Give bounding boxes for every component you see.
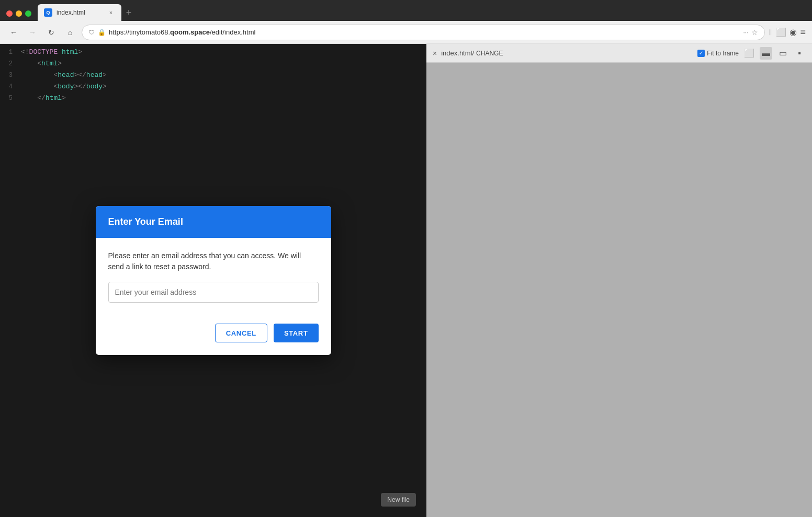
- lock-icon: 🔒: [98, 29, 106, 36]
- start-button[interactable]: START: [274, 324, 319, 342]
- bookmark-icon[interactable]: ☆: [751, 28, 758, 37]
- home-button[interactable]: ⌂: [63, 25, 77, 40]
- minimize-traffic-light[interactable]: [16, 10, 22, 17]
- email-input[interactable]: [108, 282, 319, 303]
- modal-body: Please enter an email address that you c…: [96, 238, 331, 315]
- preview-pane: × index.html/ CHANGE ✓ Fit to frame ⬜ ▬ …: [426, 44, 812, 517]
- content-area: 1 <!DOCTYPE html> 2 <html> 3 <head></hea…: [0, 44, 812, 517]
- profile-icon[interactable]: ◉: [790, 27, 797, 37]
- view-desktop-button[interactable]: ⬜: [743, 47, 755, 60]
- new-tab-button[interactable]: +: [121, 5, 136, 20]
- preview-toolbar: × index.html/ CHANGE ✓ Fit to frame ⬜ ▬ …: [426, 44, 812, 63]
- address-bar[interactable]: 🛡 🔒 https://tinytomato68.qoom.space/edit…: [82, 25, 765, 40]
- tab-title: index.html: [57, 9, 103, 16]
- editor-pane: 1 <!DOCTYPE html> 2 <html> 3 <head></hea…: [0, 44, 426, 517]
- fit-to-frame-control[interactable]: ✓ Fit to frame: [697, 50, 739, 57]
- view-mobile-button[interactable]: ▪: [793, 47, 806, 60]
- menu-icon[interactable]: ≡: [800, 27, 806, 38]
- nav-bar: ← → ↻ ⌂ 🛡 🔒 https://tinytomato68.qoom.sp…: [0, 21, 812, 44]
- browser-window: Q index.html × + ← → ↻ ⌂ 🛡 🔒 https://tin…: [0, 0, 812, 517]
- fit-to-frame-checkbox[interactable]: ✓: [697, 50, 705, 57]
- nav-right-controls: ⫴ ⬜ ◉ ≡: [769, 27, 806, 38]
- fit-to-frame-label: Fit to frame: [707, 50, 739, 57]
- url-text: https://tinytomato68.qoom.space/edit/ind…: [109, 28, 740, 36]
- modal-description: Please enter an email address that you c…: [108, 250, 319, 272]
- change-label[interactable]: CHANGE: [476, 50, 503, 57]
- new-file-button[interactable]: New file: [381, 493, 416, 507]
- active-tab[interactable]: Q index.html ×: [38, 4, 121, 21]
- forward-button[interactable]: →: [25, 25, 40, 40]
- modal-overlay: Enter Your Email Please enter an email a…: [0, 44, 426, 517]
- reader-view-icon[interactable]: ⬜: [776, 27, 786, 37]
- preview-toolbar-right: ✓ Fit to frame ⬜ ▬ ▭ ▪: [697, 47, 806, 60]
- preview-breadcrumb: index.html/ CHANGE: [441, 49, 503, 57]
- tab-bar: Q index.html × +: [0, 0, 812, 21]
- back-button[interactable]: ←: [6, 25, 21, 40]
- modal-footer: CANCEL START: [96, 315, 331, 355]
- more-options-icon[interactable]: ···: [743, 29, 748, 36]
- shield-icon: 🛡: [88, 29, 95, 36]
- refresh-button[interactable]: ↻: [44, 25, 59, 40]
- maximize-traffic-light[interactable]: [25, 10, 31, 17]
- preview-content: [426, 63, 812, 517]
- modal-header: Enter Your Email: [96, 206, 331, 238]
- library-icon[interactable]: ⫴: [769, 28, 773, 37]
- breadcrumb-file: index.html/: [441, 49, 474, 57]
- tab-close-button[interactable]: ×: [107, 8, 115, 17]
- email-modal: Enter Your Email Please enter an email a…: [96, 206, 331, 355]
- tab-favicon: Q: [44, 8, 52, 17]
- view-tablet-button[interactable]: ▭: [776, 47, 789, 60]
- preview-close-icon[interactable]: ×: [433, 49, 437, 58]
- traffic-lights: [4, 10, 38, 21]
- cancel-button[interactable]: CANCEL: [215, 324, 267, 342]
- close-traffic-light[interactable]: [6, 10, 13, 17]
- view-split-button[interactable]: ▬: [760, 47, 772, 60]
- url-domain: qoom.space: [170, 28, 210, 36]
- modal-title: Enter Your Email: [108, 216, 319, 227]
